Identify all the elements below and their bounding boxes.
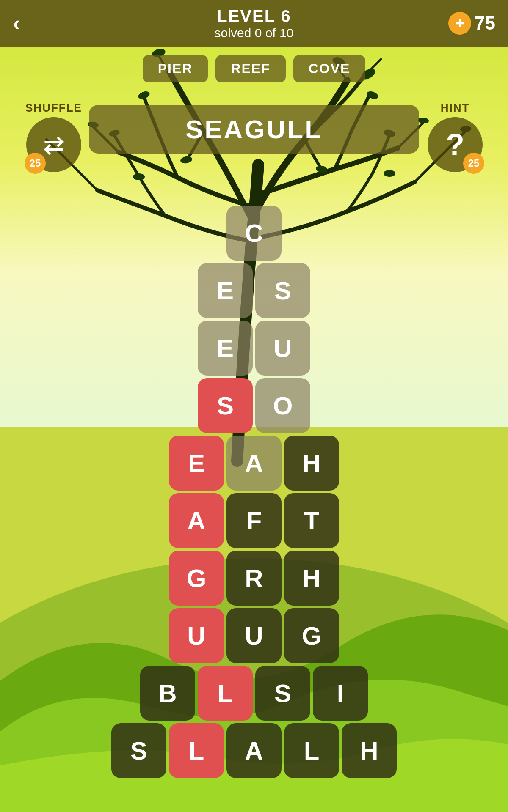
tile-5-0[interactable]: A (169, 493, 224, 548)
word-chip-pier[interactable]: PIER (143, 55, 208, 82)
tile-0-0[interactable]: C (226, 206, 282, 261)
tile-4-2[interactable]: H (284, 436, 339, 491)
word-chip-reef[interactable]: REEF (215, 55, 285, 82)
tile-2-1[interactable]: U (255, 321, 310, 376)
tile-row-0: C (226, 206, 282, 261)
shuffle-label: SHUFFLE (25, 102, 82, 115)
tile-5-1[interactable]: F (226, 493, 282, 548)
tile-9-0[interactable]: S (111, 723, 166, 778)
tile-6-2[interactable]: H (284, 551, 339, 606)
tile-1-1[interactable]: S (255, 263, 310, 318)
tile-8-3[interactable]: I (313, 666, 368, 721)
level-subtitle: solved 0 of 10 (215, 26, 294, 40)
tile-1-0[interactable]: E (198, 263, 253, 318)
tile-4-1[interactable]: A (226, 436, 282, 491)
level-title: LEVEL 6 (215, 7, 294, 26)
tile-6-0[interactable]: G (169, 551, 224, 606)
tile-8-1[interactable]: L (198, 666, 253, 721)
tile-row-5: AFT (169, 493, 339, 548)
tile-3-1[interactable]: O (255, 378, 310, 433)
tile-row-1: ES (198, 263, 310, 318)
tile-3-0[interactable]: S (198, 378, 253, 433)
tile-5-2[interactable]: T (284, 493, 339, 548)
tile-9-3[interactable]: L (284, 723, 339, 778)
tile-row-3: SO (198, 378, 310, 433)
hint-icon: ? (446, 127, 464, 162)
hint-cost: 25 (463, 153, 484, 174)
tile-row-8: BLSI (140, 666, 368, 721)
word-chips-row: PIERREEFCOVE (0, 55, 508, 82)
tile-row-4: EAH (169, 436, 339, 491)
tile-row-2: EU (198, 321, 310, 376)
level-info: LEVEL 6 solved 0 of 10 (215, 7, 294, 40)
add-coins-button[interactable]: + (448, 12, 471, 35)
shuffle-area: SHUFFLE ⇄ 25 (25, 102, 82, 172)
shuffle-button[interactable]: ⇄ 25 (26, 117, 81, 172)
tile-9-4[interactable]: H (342, 723, 397, 778)
coin-count: 75 (475, 13, 495, 34)
tile-7-0[interactable]: U (169, 608, 224, 663)
tile-row-6: GRH (169, 551, 339, 606)
word-chip-cove[interactable]: COVE (293, 55, 366, 82)
tile-row-9: SLALH (111, 723, 397, 778)
current-word: SEAGULL (102, 114, 406, 144)
back-button[interactable]: ‹ (13, 11, 20, 36)
header-bar: ‹ LEVEL 6 solved 0 of 10 + 75 (0, 0, 508, 47)
coins-display: + 75 (448, 12, 495, 35)
tile-row-7: UUG (169, 608, 339, 663)
tile-9-1[interactable]: L (169, 723, 224, 778)
tile-4-0[interactable]: E (169, 436, 224, 491)
hint-area: HINT ? 25 (428, 102, 483, 172)
svg-point-13 (384, 170, 395, 177)
shuffle-icon: ⇄ (43, 130, 64, 159)
svg-point-5 (180, 156, 193, 165)
hint-button[interactable]: ? 25 (428, 117, 483, 172)
word-display-box: SEAGULL (89, 105, 419, 154)
tile-9-2[interactable]: A (226, 723, 282, 778)
shuffle-cost: 25 (25, 153, 46, 174)
tile-7-1[interactable]: U (226, 608, 282, 663)
tiles-grid: CESEUSOEAHAFTGRHUUGBLSISLALH (0, 206, 508, 778)
tile-2-0[interactable]: E (198, 321, 253, 376)
svg-point-14 (133, 173, 145, 180)
tile-6-1[interactable]: R (226, 551, 282, 606)
tile-7-2[interactable]: G (284, 608, 339, 663)
hint-label: HINT (441, 102, 470, 115)
tile-8-0[interactable]: B (140, 666, 195, 721)
tile-8-2[interactable]: S (255, 666, 310, 721)
